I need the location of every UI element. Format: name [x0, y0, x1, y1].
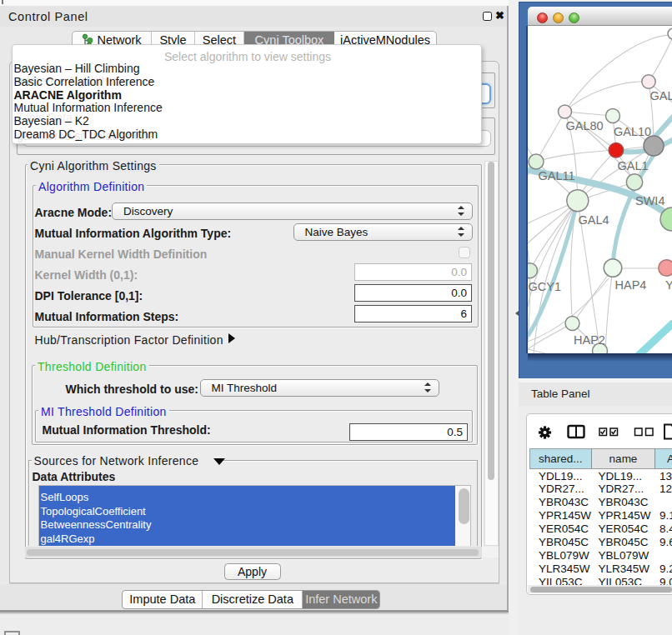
svg-text:GAL7: GAL7 — [650, 89, 672, 102]
svg-text:GAL1: GAL1 — [618, 159, 649, 172]
svg-text:HAP2: HAP2 — [574, 333, 605, 347]
svg-text:GAL4: GAL4 — [579, 213, 609, 227]
svg-text:GAL10: GAL10 — [614, 125, 651, 138]
svg-text:GCY1: GCY1 — [529, 280, 562, 293]
svg-text:GAL11: GAL11 — [539, 169, 575, 182]
svg-text:HAP4: HAP4 — [615, 278, 647, 292]
svg-text:YB: YB — [665, 278, 672, 292]
svg-text:GAL80: GAL80 — [566, 119, 604, 132]
svg-text:SWI4: SWI4 — [635, 194, 664, 208]
